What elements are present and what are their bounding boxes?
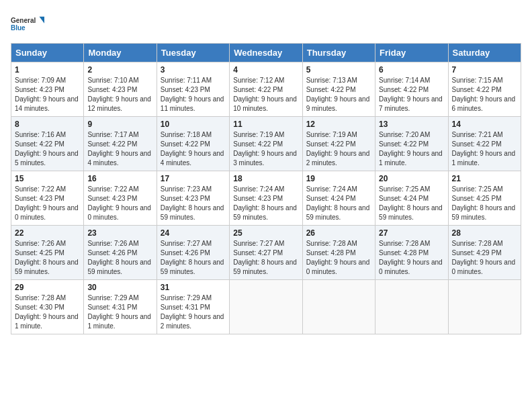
- day-info: Sunrise: 7:18 AMSunset: 4:22 PMDaylight:…: [161, 130, 226, 168]
- day-info: Sunrise: 7:29 AMSunset: 4:31 PMDaylight:…: [87, 293, 152, 331]
- calendar-week-3: 15Sunrise: 7:22 AMSunset: 4:23 PMDayligh…: [11, 171, 521, 226]
- calendar-cell: 27Sunrise: 7:28 AMSunset: 4:28 PMDayligh…: [375, 226, 448, 280]
- day-number: 25: [233, 228, 298, 238]
- weekday-header-sunday: Sunday: [11, 44, 84, 62]
- day-info: Sunrise: 7:23 AMSunset: 4:23 PMDaylight:…: [161, 185, 226, 222]
- day-info: Sunrise: 7:28 AMSunset: 4:28 PMDaylight:…: [379, 239, 444, 277]
- day-number: 20: [379, 174, 444, 183]
- logo: General Blue: [11, 11, 44, 38]
- calendar-header-row: SundayMondayTuesdayWednesdayThursdayFrid…: [11, 44, 521, 62]
- day-number: 7: [452, 65, 517, 75]
- calendar-cell: 24Sunrise: 7:27 AMSunset: 4:26 PMDayligh…: [157, 226, 229, 280]
- day-number: 18: [233, 174, 298, 183]
- day-number: 5: [306, 65, 371, 75]
- day-number: 8: [15, 120, 80, 129]
- calendar-cell: 10Sunrise: 7:18 AMSunset: 4:22 PMDayligh…: [157, 117, 229, 171]
- calendar-cell: 5Sunrise: 7:13 AMSunset: 4:22 PMDaylight…: [302, 62, 375, 117]
- calendar-cell: 22Sunrise: 7:26 AMSunset: 4:25 PMDayligh…: [11, 226, 84, 280]
- calendar-cell: 28Sunrise: 7:28 AMSunset: 4:29 PMDayligh…: [448, 226, 521, 280]
- weekday-header-wednesday: Wednesday: [230, 44, 302, 62]
- day-number: 14: [452, 120, 517, 129]
- day-info: Sunrise: 7:25 AMSunset: 4:25 PMDaylight:…: [452, 185, 517, 222]
- calendar-cell: 23Sunrise: 7:26 AMSunset: 4:26 PMDayligh…: [84, 226, 157, 280]
- day-number: 28: [452, 228, 517, 238]
- calendar-cell: 6Sunrise: 7:14 AMSunset: 4:22 PMDaylight…: [375, 62, 448, 117]
- day-number: 10: [161, 120, 226, 129]
- calendar-cell: 30Sunrise: 7:29 AMSunset: 4:31 PMDayligh…: [84, 280, 157, 334]
- day-info: Sunrise: 7:26 AMSunset: 4:25 PMDaylight:…: [15, 239, 80, 277]
- day-info: Sunrise: 7:14 AMSunset: 4:22 PMDaylight:…: [379, 76, 444, 113]
- day-info: Sunrise: 7:09 AMSunset: 4:23 PMDaylight:…: [15, 76, 80, 113]
- day-info: Sunrise: 7:19 AMSunset: 4:22 PMDaylight:…: [306, 130, 371, 168]
- day-number: 31: [161, 283, 226, 292]
- calendar-cell: 29Sunrise: 7:28 AMSunset: 4:30 PMDayligh…: [11, 280, 84, 334]
- day-info: Sunrise: 7:27 AMSunset: 4:27 PMDaylight:…: [233, 239, 298, 277]
- day-number: 19: [306, 174, 371, 183]
- day-info: Sunrise: 7:19 AMSunset: 4:22 PMDaylight:…: [233, 130, 298, 168]
- day-info: Sunrise: 7:25 AMSunset: 4:24 PMDaylight:…: [379, 185, 444, 222]
- day-info: Sunrise: 7:24 AMSunset: 4:23 PMDaylight:…: [233, 185, 298, 222]
- logo-svg: General Blue: [11, 11, 44, 38]
- weekday-header-monday: Monday: [84, 44, 157, 62]
- day-number: 1: [15, 65, 80, 75]
- calendar-cell: 15Sunrise: 7:22 AMSunset: 4:23 PMDayligh…: [11, 171, 84, 226]
- day-info: Sunrise: 7:28 AMSunset: 4:29 PMDaylight:…: [452, 239, 517, 277]
- day-info: Sunrise: 7:11 AMSunset: 4:23 PMDaylight:…: [161, 76, 226, 113]
- weekday-header-saturday: Saturday: [448, 44, 521, 62]
- calendar-week-4: 22Sunrise: 7:26 AMSunset: 4:25 PMDayligh…: [11, 226, 521, 280]
- day-info: Sunrise: 7:24 AMSunset: 4:24 PMDaylight:…: [306, 185, 371, 222]
- calendar-cell: 4Sunrise: 7:12 AMSunset: 4:22 PMDaylight…: [230, 62, 302, 117]
- calendar-week-5: 29Sunrise: 7:28 AMSunset: 4:30 PMDayligh…: [11, 280, 521, 334]
- day-number: 23: [87, 228, 152, 238]
- calendar-cell: 26Sunrise: 7:28 AMSunset: 4:28 PMDayligh…: [302, 226, 375, 280]
- day-number: 13: [379, 120, 444, 129]
- calendar-cell: 31Sunrise: 7:29 AMSunset: 4:31 PMDayligh…: [157, 280, 229, 334]
- day-info: Sunrise: 7:28 AMSunset: 4:30 PMDaylight:…: [15, 293, 80, 331]
- day-number: 2: [87, 65, 152, 75]
- day-number: 26: [306, 228, 371, 238]
- day-info: Sunrise: 7:13 AMSunset: 4:22 PMDaylight:…: [306, 76, 371, 113]
- calendar-cell: 1Sunrise: 7:09 AMSunset: 4:23 PMDaylight…: [11, 62, 84, 117]
- calendar-cell: 12Sunrise: 7:19 AMSunset: 4:22 PMDayligh…: [302, 117, 375, 171]
- calendar-cell: 8Sunrise: 7:16 AMSunset: 4:22 PMDaylight…: [11, 117, 84, 171]
- calendar-cell: 7Sunrise: 7:15 AMSunset: 4:22 PMDaylight…: [448, 62, 521, 117]
- day-info: Sunrise: 7:28 AMSunset: 4:28 PMDaylight:…: [306, 239, 371, 277]
- day-info: Sunrise: 7:29 AMSunset: 4:31 PMDaylight:…: [161, 293, 226, 331]
- calendar-cell: [302, 280, 375, 334]
- day-number: 29: [15, 283, 80, 292]
- day-number: 4: [233, 65, 298, 75]
- day-number: 17: [161, 174, 226, 183]
- calendar-cell: 9Sunrise: 7:17 AMSunset: 4:22 PMDaylight…: [84, 117, 157, 171]
- calendar-cell: [375, 280, 448, 334]
- weekday-header-friday: Friday: [375, 44, 448, 62]
- day-number: 16: [87, 174, 152, 183]
- day-number: 15: [15, 174, 80, 183]
- calendar-cell: 3Sunrise: 7:11 AMSunset: 4:23 PMDaylight…: [157, 62, 229, 117]
- calendar-cell: 21Sunrise: 7:25 AMSunset: 4:25 PMDayligh…: [448, 171, 521, 226]
- day-info: Sunrise: 7:16 AMSunset: 4:22 PMDaylight:…: [15, 130, 80, 168]
- calendar-cell: [448, 280, 521, 334]
- weekday-header-thursday: Thursday: [302, 44, 375, 62]
- calendar-week-1: 1Sunrise: 7:09 AMSunset: 4:23 PMDaylight…: [11, 62, 521, 117]
- day-info: Sunrise: 7:20 AMSunset: 4:22 PMDaylight:…: [379, 130, 444, 168]
- day-number: 3: [161, 65, 226, 75]
- calendar-cell: 17Sunrise: 7:23 AMSunset: 4:23 PMDayligh…: [157, 171, 229, 226]
- day-info: Sunrise: 7:22 AMSunset: 4:23 PMDaylight:…: [87, 185, 152, 222]
- calendar-cell: 25Sunrise: 7:27 AMSunset: 4:27 PMDayligh…: [230, 226, 302, 280]
- day-number: 9: [87, 120, 152, 129]
- day-info: Sunrise: 7:15 AMSunset: 4:22 PMDaylight:…: [452, 76, 517, 113]
- day-info: Sunrise: 7:12 AMSunset: 4:22 PMDaylight:…: [233, 76, 298, 113]
- day-info: Sunrise: 7:26 AMSunset: 4:26 PMDaylight:…: [87, 239, 152, 277]
- day-number: 11: [233, 120, 298, 129]
- day-number: 24: [161, 228, 226, 238]
- day-number: 30: [87, 283, 152, 292]
- calendar-cell: 13Sunrise: 7:20 AMSunset: 4:22 PMDayligh…: [375, 117, 448, 171]
- calendar-cell: [230, 280, 302, 334]
- calendar-table: SundayMondayTuesdayWednesdayThursdayFrid…: [11, 43, 521, 334]
- day-number: 12: [306, 120, 371, 129]
- day-number: 6: [379, 65, 444, 75]
- calendar-week-2: 8Sunrise: 7:16 AMSunset: 4:22 PMDaylight…: [11, 117, 521, 171]
- calendar-cell: 16Sunrise: 7:22 AMSunset: 4:23 PMDayligh…: [84, 171, 157, 226]
- weekday-header-tuesday: Tuesday: [157, 44, 229, 62]
- calendar-cell: 2Sunrise: 7:10 AMSunset: 4:23 PMDaylight…: [84, 62, 157, 117]
